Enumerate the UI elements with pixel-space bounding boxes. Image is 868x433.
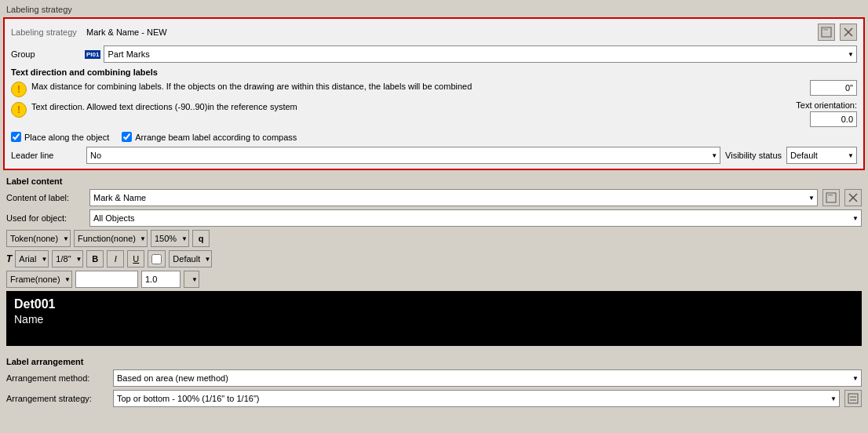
font-size-dropdown-wrapper: 1/8"	[52, 250, 83, 267]
arrangement-strategy-select-wrapper: Top or bottom - 100% (1/16" to 1/16")	[113, 390, 840, 407]
checkboxes-row: Place along the object Arrange beam labe…	[11, 132, 857, 142]
visibility-status-select-wrapper: Default	[786, 147, 857, 164]
label-content-header: Label content	[6, 176, 862, 186]
save-strategy-button[interactable]	[818, 24, 835, 41]
frame-dropdown-wrapper: Frame(none)	[6, 271, 72, 288]
svg-rect-9	[848, 394, 858, 403]
preview-area: Det001 Name	[6, 291, 862, 346]
text-orientation-input[interactable]	[810, 111, 857, 127]
arrangement-strategy-select[interactable]: Top or bottom - 100% (1/16" to 1/16")	[113, 390, 840, 407]
content-of-label-label: Content of label:	[6, 193, 85, 202]
arrangement-icon	[848, 393, 859, 404]
token-dropdown-wrapper: Token(none)	[6, 230, 71, 247]
frame-row: Frame(none)	[6, 271, 862, 288]
labeling-strategy-label: Labeling strategy	[11, 27, 82, 37]
text-orientation-label: Text orientation:	[796, 100, 857, 110]
group-select[interactable]: Part Marks	[104, 45, 857, 63]
group-select-wrapper: Part Marks	[104, 45, 857, 63]
used-for-object-row: Used for object: All Objects	[6, 209, 862, 227]
font-row: T Arial 1/8" B I U Default	[6, 250, 862, 267]
leader-line-label: Leader line	[11, 151, 82, 160]
text-direction-row: ! Text direction. Allowed text direction…	[11, 100, 857, 127]
content-of-label-select[interactable]: Mark & Name	[89, 189, 818, 206]
arrangement-strategy-row: Arrangement strategy: Top or bottom - 10…	[6, 390, 862, 407]
frame-num-input[interactable]	[141, 271, 181, 288]
frame-text-input[interactable]	[75, 271, 138, 288]
combine-distance-input[interactable]	[810, 80, 857, 96]
function-select[interactable]: Function(none)	[74, 230, 148, 247]
toolbar-row-1: Token(none) Function(none) 150% q	[6, 230, 862, 247]
used-for-object-label: Used for object:	[6, 213, 85, 223]
combine-labels-row: ! Max distance for combining labels. If …	[11, 80, 857, 97]
frame-end-dropdown-wrapper	[184, 271, 199, 288]
content-of-label-select-wrapper: Mark & Name	[89, 189, 818, 206]
arrangement-method-label: Arrangement method:	[6, 373, 108, 383]
color-wrapper	[148, 250, 166, 267]
content-save-icon	[826, 192, 837, 203]
svg-rect-1	[823, 27, 828, 31]
arrangement-method-select-wrapper: Based on area (new method)	[113, 369, 862, 387]
font-name-dropdown-wrapper: Arial	[15, 250, 49, 267]
font-size-select[interactable]: 1/8"	[52, 250, 83, 267]
save-icon	[821, 27, 832, 38]
arrange-beam-item: Arrange beam label according to compass	[122, 132, 297, 142]
strategy-name-text: Mark & Name - NEW	[86, 27, 813, 37]
preview-line1: Det001	[14, 297, 854, 311]
scale-dropdown-wrapper: 150%	[151, 230, 189, 247]
lower-section: Label content Content of label: Mark & N…	[3, 173, 865, 354]
text-direction-info-text: Text direction. Allowed text directions …	[31, 100, 791, 111]
arrangement-icon-button[interactable]	[844, 390, 862, 407]
color-select[interactable]: Default	[169, 250, 212, 267]
token-select[interactable]: Token(none)	[6, 230, 71, 247]
svg-rect-6	[828, 193, 833, 196]
arrangement-strategy-label: Arrangement strategy:	[6, 394, 108, 403]
arrange-beam-label: Arrange beam label according to compass	[135, 133, 297, 142]
content-close-icon	[848, 192, 859, 203]
leader-line-row: Leader line No Visibility status Default	[11, 147, 857, 164]
combine-info-icon: !	[11, 82, 27, 97]
visibility-status-select[interactable]: Default	[786, 147, 857, 164]
used-for-object-select[interactable]: All Objects	[89, 209, 862, 227]
arrangement-method-row: Arrangement method: Based on area (new m…	[6, 369, 862, 387]
text-direction-header: Text direction and combining labels	[11, 67, 857, 77]
function-dropdown-wrapper: Function(none)	[74, 230, 148, 247]
place-along-object-item: Place along the object	[11, 132, 109, 142]
arrange-beam-checkbox[interactable]	[122, 132, 132, 142]
title-bar-text: Labeling strategy	[6, 5, 72, 14]
font-t-icon: T	[6, 253, 12, 264]
frame-select[interactable]: Frame(none)	[6, 271, 72, 288]
visibility-status-label: Visibility status	[725, 151, 782, 160]
close-icon	[843, 27, 854, 38]
place-along-object-label: Place along the object	[24, 133, 109, 142]
color-dropdown-wrapper: Default	[169, 250, 212, 267]
scale-select[interactable]: 150%	[151, 230, 189, 247]
underline-button[interactable]: U	[127, 250, 144, 267]
leader-line-select[interactable]: No	[86, 147, 720, 164]
content-save-button[interactable]	[822, 189, 840, 206]
arrangement-section: Label arrangement Arrangement method: Ba…	[3, 354, 865, 413]
close-strategy-button[interactable]	[840, 24, 857, 41]
combine-info-text: Max distance for combining labels. If th…	[31, 80, 805, 91]
font-name-select[interactable]: Arial	[15, 250, 49, 267]
used-for-object-select-wrapper: All Objects	[89, 209, 862, 227]
arrangement-method-select[interactable]: Based on area (new method)	[113, 369, 862, 387]
labeling-strategy-section: Labeling strategy Mark & Name - NEW Grou…	[3, 17, 865, 170]
labeling-strategy-row: Labeling strategy Mark & Name - NEW	[11, 24, 857, 41]
preview-line2: Name	[14, 313, 854, 326]
text-direction-info-icon: !	[11, 102, 27, 118]
q-button[interactable]: q	[192, 230, 210, 247]
bold-button[interactable]: B	[86, 250, 104, 267]
leader-line-select-wrapper: No	[86, 147, 720, 164]
title-bar: Labeling strategy	[3, 3, 865, 16]
group-label: Group	[11, 49, 82, 59]
content-of-label-row: Content of label: Mark & Name	[6, 189, 862, 206]
frame-end-select[interactable]	[184, 271, 199, 288]
group-type-icon: PI01	[85, 50, 100, 59]
group-row: Group PI01 Part Marks	[11, 45, 857, 63]
arrangement-header: Label arrangement	[6, 357, 862, 366]
svg-rect-2	[822, 32, 830, 36]
place-along-object-checkbox[interactable]	[11, 132, 21, 142]
content-close-button[interactable]	[844, 189, 862, 206]
italic-button[interactable]: I	[107, 250, 124, 267]
color-checkbox[interactable]	[151, 254, 162, 264]
